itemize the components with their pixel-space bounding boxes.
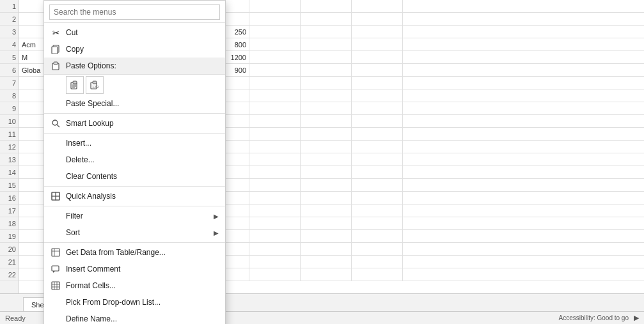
menu-item-sort[interactable]: Sort ▶ [44, 224, 225, 241]
cell-r16-c6[interactable] [352, 192, 403, 204]
cell-r5-c6[interactable] [352, 51, 403, 64]
cell-r20-c4[interactable] [249, 243, 301, 256]
cell-r10-c5[interactable] [301, 115, 352, 128]
svg-rect-22 [52, 266, 59, 271]
cell-r19-c4[interactable] [249, 230, 301, 243]
cell-r21-c5[interactable] [301, 256, 352, 268]
cell-r7-c5[interactable] [301, 77, 352, 89]
cell-r18-c4[interactable] [249, 217, 301, 230]
menu-item-cut[interactable]: ✂ Cut [44, 24, 225, 41]
cell-r14-c5[interactable] [301, 166, 352, 179]
cell-r10-c6[interactable] [352, 115, 403, 128]
menu-item-clear-contents[interactable]: Clear Contents [44, 168, 225, 185]
cell-r12-c5[interactable] [301, 141, 352, 153]
cell-r7-c6[interactable] [352, 77, 403, 89]
cell-r1-c4[interactable] [249, 0, 301, 13]
menu-item-pick-from-list[interactable]: Pick From Drop-down List... [44, 294, 225, 311]
cell-r19-c6[interactable] [352, 230, 403, 243]
menu-item-copy[interactable]: Copy [44, 41, 225, 58]
copy-icon [49, 43, 62, 56]
cell-r15-c5[interactable] [301, 179, 352, 192]
cell-r13-c5[interactable] [301, 153, 352, 166]
cell-r2-c4[interactable] [249, 13, 301, 26]
cell-r11-c5[interactable] [301, 128, 352, 141]
cell-r15-c6[interactable] [352, 179, 403, 192]
menu-item-insert-comment-label: Insert Comment [66, 265, 120, 274]
cell-r4-c5[interactable] [301, 38, 352, 51]
cell-r14-c4[interactable] [249, 166, 301, 179]
cell-r22-c5[interactable] [301, 268, 352, 281]
paste-btn-1[interactable] [66, 76, 84, 94]
cell-r8-c4[interactable] [249, 89, 301, 102]
cell-r3-c6[interactable] [352, 26, 403, 38]
cell-r20-c6[interactable] [352, 243, 403, 256]
cell-r6-c5[interactable] [301, 64, 352, 77]
cell-r5-c5[interactable] [301, 51, 352, 64]
cell-r12-c4[interactable] [249, 141, 301, 153]
cell-r12-c6[interactable] [352, 141, 403, 153]
menu-item-get-data[interactable]: Get Data from Table/Range... [44, 244, 225, 261]
cell-r13-c6[interactable] [352, 153, 403, 166]
menu-item-define-name[interactable]: Define Name... [44, 311, 225, 324]
cell-r18-c6[interactable] [352, 217, 403, 230]
cell-r2-c6[interactable] [352, 13, 403, 26]
cell-r6-c6[interactable] [352, 64, 403, 77]
cell-r11-c6[interactable] [352, 128, 403, 141]
cell-r14-c6[interactable] [352, 166, 403, 179]
cut-icon: ✂ [49, 26, 62, 39]
menu-item-quick-analysis-label: Quick Analysis [66, 192, 116, 201]
cell-r7-c4[interactable] [249, 77, 301, 89]
cell-r21-c4[interactable] [249, 256, 301, 268]
cell-r21-c6[interactable] [352, 256, 403, 268]
cell-r8-c5[interactable] [301, 89, 352, 102]
menu-item-paste-special-label: Paste Special... [66, 99, 119, 108]
paste-btn-2[interactable]: 123 [86, 76, 104, 94]
cell-r1-c6[interactable] [352, 0, 403, 13]
cell-r9-c6[interactable] [352, 102, 403, 115]
row-num-11: 11 [0, 128, 19, 141]
menu-item-insert[interactable]: Insert... [44, 135, 225, 151]
cell-r3-c4[interactable] [249, 26, 301, 38]
menu-item-paste-special[interactable]: Paste Special... [44, 95, 225, 112]
cell-r22-c4[interactable] [249, 268, 301, 281]
cell-r19-c5[interactable] [301, 230, 352, 243]
row-num-13: 13 [0, 153, 19, 166]
cell-r17-c4[interactable] [249, 204, 301, 217]
cell-r4-c4[interactable] [249, 38, 301, 51]
cell-r10-c4[interactable] [249, 115, 301, 128]
cell-r2-c5[interactable] [301, 13, 352, 26]
menu-item-insert-comment[interactable]: Insert Comment [44, 261, 225, 277]
cell-r17-c5[interactable] [301, 204, 352, 217]
row-num-7: 7 [0, 77, 19, 89]
cell-r4-c6[interactable] [352, 38, 403, 51]
menu-item-filter[interactable]: Filter ▶ [44, 208, 225, 224]
cell-r9-c5[interactable] [301, 102, 352, 115]
cell-r11-c4[interactable] [249, 128, 301, 141]
cell-r3-c5[interactable] [301, 26, 352, 38]
cell-r9-c4[interactable] [249, 102, 301, 115]
search-icon [49, 117, 62, 130]
menu-item-smart-lookup[interactable]: Smart Lookup [44, 115, 225, 132]
cell-r1-c5[interactable] [301, 0, 352, 13]
insert-icon [49, 137, 62, 150]
cell-r20-c5[interactable] [301, 243, 352, 256]
cell-r8-c6[interactable] [352, 89, 403, 102]
cell-r6-c4[interactable] [249, 64, 301, 77]
menu-search-input[interactable] [49, 4, 220, 20]
menu-item-quick-analysis[interactable]: Quick Analysis [44, 188, 225, 204]
context-menu: ✂ Cut Copy Paste Options: [43, 0, 226, 324]
cell-r5-c4[interactable] [249, 51, 301, 64]
cell-r18-c5[interactable] [301, 217, 352, 230]
cell-r22-c6[interactable] [352, 268, 403, 281]
cell-r16-c5[interactable] [301, 192, 352, 204]
get-data-icon [49, 246, 62, 259]
format-cells-icon [49, 279, 62, 292]
menu-item-format-cells[interactable]: Format Cells... [44, 277, 225, 294]
cell-r15-c4[interactable] [249, 179, 301, 192]
cell-r13-c4[interactable] [249, 153, 301, 166]
scroll-right-icon[interactable]: ▶ [634, 314, 639, 322]
cell-r16-c4[interactable] [249, 192, 301, 204]
comment-icon [49, 263, 62, 275]
cell-r17-c6[interactable] [352, 204, 403, 217]
menu-item-delete[interactable]: Delete... [44, 151, 225, 168]
